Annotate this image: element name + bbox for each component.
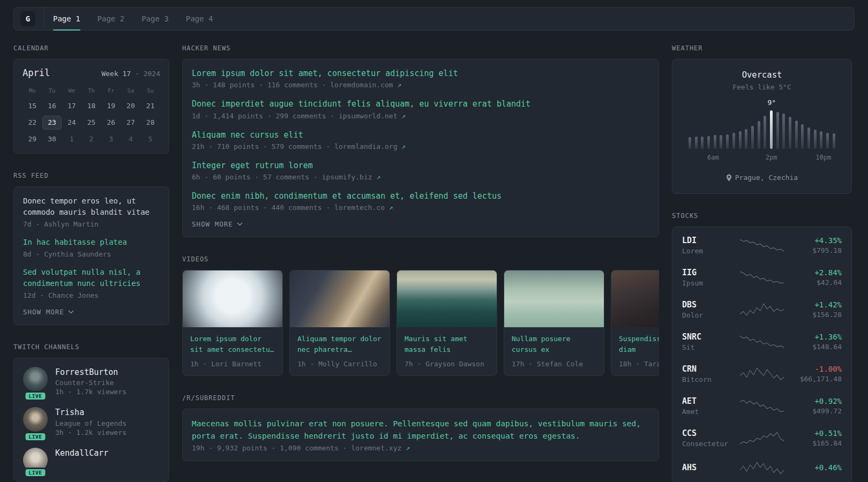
subreddit-post-title[interactable]: Maecenas mollis pulvinar erat non posuer… <box>192 418 649 442</box>
stock-row[interactable]: DBS Dolor +1.42% $156.28 <box>682 300 842 319</box>
twitch-channel[interactable]: LIVE KendallCarr <box>23 448 160 472</box>
hn-item-title[interactable]: Lorem ipsum dolor sit amet, consectetur … <box>192 68 649 79</box>
stock-change: +0.46% <box>790 463 842 472</box>
calendar-day-outside: 1 <box>62 132 81 146</box>
video-card[interactable]: Aliquam tempor dolor nec pharetra… 1h · … <box>289 270 390 376</box>
main-content: CALENDAR April Week 17 · 2024 Mo Tu We T… <box>0 31 868 482</box>
rss-item-meta: 12d · Chance Jones <box>23 291 160 299</box>
hn-item-title[interactable]: Donec enim nibh, condimentum et accumsan… <box>192 191 649 201</box>
avatar <box>23 367 48 391</box>
location-pin-icon <box>726 174 732 182</box>
stocks-widget-title: STOCKS <box>672 212 852 220</box>
tab-page-3[interactable]: Page 3 <box>141 7 169 30</box>
video-card[interactable]: Lorem ipsum dolor sit amet consectetu… 1… <box>182 270 283 376</box>
stock-change: +1.36% <box>790 333 842 341</box>
stock-name: Ipsum <box>682 279 734 287</box>
app-logo[interactable]: G <box>20 11 35 26</box>
calendar-month: April <box>23 67 50 78</box>
calendar-dow: Mo <box>23 85 42 96</box>
video-title: Suspendisse aliquam diam <box>611 327 659 356</box>
hn-item-meta-text: 6h · 60 points · 57 comments · ipsumify.… <box>192 173 372 181</box>
stock-row[interactable]: CRN Bitcorn -1.00% $66,171.48 <box>682 364 842 383</box>
hn-item-title[interactable]: Donec imperdiet augue tincidunt felis al… <box>192 99 649 109</box>
twitch-channel-name: Trisha <box>55 407 126 418</box>
right-column: WEATHER Overcast Feels like 5°C 9° 6am 2… <box>672 44 852 482</box>
rss-item-title[interactable]: In hac habitasse platea <box>23 237 160 248</box>
stock-row[interactable]: SNRC Sit +1.36% $148.64 <box>682 332 842 351</box>
stock-row[interactable]: AET Amet +0.92% $499.72 <box>682 396 842 416</box>
rss-item-title[interactable]: Donec tempor eros leo, ut commodo mauris… <box>23 195 160 218</box>
hn-item-title[interactable]: Integer eget rutrum lorem <box>192 160 649 171</box>
stock-sparkline <box>740 366 784 381</box>
hn-show-more-button[interactable]: SHOW MORE <box>192 220 243 228</box>
twitch-card: LIVE ForrestBurton Counter-Strike 1h · 1… <box>13 358 169 481</box>
stock-id: CRN Bitcorn <box>682 364 734 383</box>
topbar-divider <box>44 7 44 30</box>
twitch-channel[interactable]: LIVE ForrestBurton Counter-Strike 1h · 1… <box>23 367 160 396</box>
rss-item: Sed volutpat nulla nisl, a condimentum n… <box>23 267 160 299</box>
calendar-day: 16 <box>42 99 62 113</box>
external-link-icon[interactable]: ↗ <box>398 81 402 89</box>
tab-page-4[interactable]: Page 4 <box>186 7 213 30</box>
stock-change: +0.51% <box>790 429 842 438</box>
video-meta: 17h · Stefan Cole <box>504 356 604 375</box>
twitch-avatar-wrap: LIVE <box>23 448 48 472</box>
hn-item-meta: 1d · 1,414 points · 299 comments · ipsum… <box>192 112 649 120</box>
hn-item-title[interactable]: Aliquam nec cursus elit <box>192 130 649 140</box>
video-card[interactable]: Mauris sit amet massa felis 7h · Grayson… <box>396 270 497 376</box>
left-column: CALENDAR April Week 17 · 2024 Mo Tu We T… <box>13 44 169 482</box>
external-link-icon[interactable]: ↗ <box>406 444 410 452</box>
stock-id: LDI Lorem <box>682 236 734 255</box>
stock-row[interactable]: CCS Consectetur +0.51% $165.84 <box>682 428 842 448</box>
external-link-icon[interactable]: ↗ <box>401 112 406 120</box>
stock-symbol: SNRC <box>682 332 734 342</box>
calendar-dow: We <box>62 85 81 96</box>
tab-page-2[interactable]: Page 2 <box>98 7 125 30</box>
rss-show-more-button[interactable]: SHOW MORE <box>23 308 74 316</box>
rss-item-title[interactable]: Sed volutpat nulla nisl, a condimentum n… <box>23 267 160 289</box>
stock-price: $165.84 <box>790 439 842 447</box>
weather-widget: WEATHER Overcast Feels like 5°C 9° 6am 2… <box>672 44 852 194</box>
stock-id: CCS Consectetur <box>682 428 734 448</box>
calendar-day: 27 <box>121 116 141 130</box>
hn-item-meta-text: 3h · 148 points · 116 comments · loremdo… <box>192 81 393 89</box>
tab-page-1[interactable]: Page 1 <box>53 7 80 30</box>
calendar-day-outside: 5 <box>140 132 160 146</box>
video-card[interactable]: Suspendisse aliquam diam 18h · Tara <box>611 270 659 376</box>
stock-values: -1.00% $66,171.48 <box>790 365 842 383</box>
subreddit-post-meta: 19h · 9,932 points · 1,090 comments · lo… <box>192 444 649 452</box>
calendar-grid: Mo Tu We Th Fr Sa Su 15 16 17 18 19 20 2… <box>23 85 160 146</box>
twitch-channel-info: ForrestBurton Counter-Strike 1h · 1.7k v… <box>55 367 126 396</box>
weather-chart: 9° <box>683 99 841 149</box>
twitch-channel[interactable]: LIVE Trisha League of Legends 3h · 1.2k … <box>23 407 160 436</box>
calendar-day-outside: 2 <box>81 132 101 146</box>
stock-name: Bitcorn <box>682 375 734 383</box>
video-meta: 1h · Lori Barnett <box>183 356 282 375</box>
stock-row[interactable]: IIG Ipsum +2.84% $42.04 <box>682 268 842 287</box>
video-meta: 1h · Molly Carrillo <box>290 356 390 375</box>
video-thumbnail <box>183 270 282 327</box>
weather-condition: Overcast <box>683 70 841 80</box>
calendar-selected-day: 23 <box>42 116 62 130</box>
stocks-card: LDI Lorem +4.35% $795.18 IIG Ipsum <box>672 227 852 482</box>
calendar-dow: Fr <box>101 85 121 96</box>
calendar-day: 20 <box>121 99 141 113</box>
rss-item-meta: 8d · Cynthia Saunders <box>23 250 160 258</box>
weather-widget-title: WEATHER <box>672 44 852 52</box>
stock-row[interactable]: LDI Lorem +4.35% $795.18 <box>682 236 842 255</box>
videos-row: Lorem ipsum dolor sit amet consectetu… 1… <box>182 270 659 376</box>
external-link-icon[interactable]: ↗ <box>389 204 393 212</box>
stock-id: AET Amet <box>682 396 734 416</box>
stock-row[interactable]: AHS +0.46% <box>682 461 842 476</box>
stock-price: $66,171.48 <box>790 375 842 383</box>
video-card[interactable]: Nullam posuere cursus ex 17h · Stefan Co… <box>504 270 604 376</box>
stock-name: Dolor <box>682 311 734 319</box>
rss-item-meta: 7d · Ashlyn Martin <box>23 220 160 228</box>
stock-sparkline <box>740 270 784 285</box>
show-more-label: SHOW MORE <box>23 308 64 316</box>
external-link-icon[interactable]: ↗ <box>401 142 406 150</box>
external-link-icon[interactable]: ↗ <box>376 173 380 181</box>
stock-values: +0.46% <box>790 463 842 473</box>
subreddit-card: Maecenas mollis pulvinar erat non posuer… <box>182 409 659 461</box>
calendar-day: 18 <box>81 99 101 113</box>
